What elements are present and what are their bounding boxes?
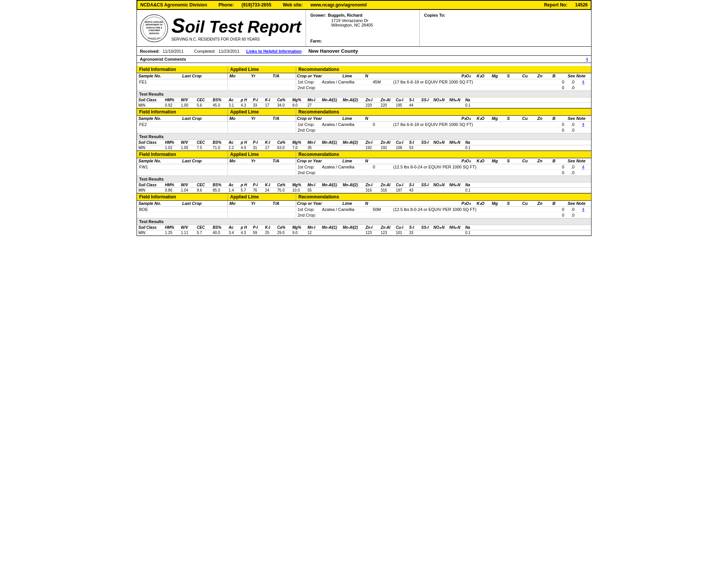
zn1-value: 316 xyxy=(365,188,380,192)
page-number[interactable]: 4 xyxy=(586,57,588,61)
rec1-row: 1st Crop: Azalea / Camellia 0 (17 lbs 6-… xyxy=(296,122,591,127)
lime1-value: 0 xyxy=(373,165,392,169)
column-headers: Sample No. Last Crop Mo Yr T/A Crop or Y… xyxy=(137,158,591,164)
field-info-label: Field Information xyxy=(137,109,228,115)
section-FE1: Field Information Applied Lime Recommend… xyxy=(136,66,592,109)
k2o-col-header: K₂O xyxy=(477,74,492,79)
ca-value: 29.0 xyxy=(276,231,292,235)
pi-header: P-I xyxy=(252,183,264,187)
soil-class-header: Soil Class xyxy=(138,183,164,187)
ph-value: 4.3 xyxy=(240,231,252,235)
test-results-col-headers: Soil Class HM% W/V CEC BS% Ac p H P-I K-… xyxy=(137,182,591,188)
wv-value: 1.11 xyxy=(180,231,196,235)
test-results-header: Test Results xyxy=(137,218,591,225)
k2o-col-header: K₂O xyxy=(477,116,492,121)
n-col-header: N xyxy=(365,116,461,121)
applied-lime-label: Applied Lime xyxy=(228,151,296,158)
mgp-value: 7.0 xyxy=(292,146,307,150)
cu1-header: Cu-I xyxy=(395,225,408,230)
cec-value: 9.6 xyxy=(196,188,212,192)
dates-row: Received: 11/10/2011 Completed: 11/23/20… xyxy=(136,47,592,56)
test-results-data: MIN 1.02 1.05 7.5 71.0 2.2 4.9 31 17 63.… xyxy=(137,145,591,151)
lime1-value: 45M xyxy=(373,80,392,84)
cu1-value: 101 xyxy=(395,231,408,235)
rec2-row: 2nd Crop: 0 .0 xyxy=(296,170,591,175)
website-label: Web site: xyxy=(283,2,303,8)
mnai2-value xyxy=(342,146,365,150)
hm-value: 0.86 xyxy=(164,188,180,192)
svg-text:CONSUMER: CONSUMER xyxy=(148,29,160,31)
mnai2-value xyxy=(342,103,365,107)
b2-value: .0 xyxy=(571,170,581,175)
see-note1-link[interactable]: 4 xyxy=(582,165,590,169)
cec-header: CEC xyxy=(196,225,212,230)
see-note1-link[interactable]: 4 xyxy=(582,80,590,84)
last-crop-col-header: Last Crop xyxy=(182,116,226,121)
links-helpful[interactable]: Links to Helpful Information xyxy=(246,49,301,53)
bs-value: 40.0 xyxy=(212,231,228,235)
crop1-label: 1st Crop: xyxy=(298,207,320,212)
section-BOE: Field Information Applied Lime Recommend… xyxy=(136,193,592,236)
crop1-row: FW1 1st Crop: Azalea / Camellia 0 (12.5 … xyxy=(137,164,591,170)
lime-col-header: Lime xyxy=(342,201,365,206)
znai-header: Zn-AI xyxy=(380,140,395,145)
znai-value: 123 xyxy=(380,231,395,235)
p2o5-col-header: P₂O₅ xyxy=(461,74,477,79)
agronomist-row: Agronomist Comments 4 xyxy=(136,56,592,63)
mg1-value: 0 xyxy=(562,165,570,169)
last-crop-col-header: Last Crop xyxy=(182,159,226,164)
mnai2-header: Mn-AI(2) xyxy=(342,98,365,102)
cec-header: CEC xyxy=(196,140,212,145)
crop-year-col-header: Crop or Year xyxy=(297,159,342,164)
last-crop-col-header: Last Crop xyxy=(182,74,226,79)
lime-col-header: Lime xyxy=(342,116,365,121)
copies-block: Copies To: xyxy=(420,10,592,46)
rec1-row: 1st Crop: Azalea / Camellia 0 (12.5 lbs … xyxy=(296,164,591,170)
ki-header: K-I xyxy=(264,140,276,145)
bs-value: 45.0 xyxy=(212,103,228,107)
crop2-label: 2nd Crop: xyxy=(298,213,320,217)
ph-header: p H xyxy=(240,98,252,102)
nh4n-header: NH₄-N xyxy=(449,225,464,230)
ssi-header: SS-I xyxy=(420,98,433,102)
wv-value: 1.00 xyxy=(180,103,196,107)
mgp-header: Mg% xyxy=(292,225,307,230)
na-value: 0.1 xyxy=(464,188,476,192)
soil-class-value: MIN xyxy=(138,231,164,235)
yr-col-header: Yr xyxy=(251,74,273,79)
last-crop-col-header: Last Crop xyxy=(182,201,226,206)
rec2-row: 2nd Crop: 0 .0 xyxy=(296,127,591,133)
na-value: 0.1 xyxy=(464,146,476,150)
see-note1-link[interactable]: 4 xyxy=(582,122,590,127)
spacer1 xyxy=(136,63,592,66)
mn1-header: Mn-I xyxy=(307,98,321,102)
ta-col-header: T/A xyxy=(273,159,294,164)
cec-value: 5.7 xyxy=(196,231,212,235)
sample-no-col-header: Sample No. xyxy=(138,116,182,121)
crop2-row: 2nd Crop: 0 .0 xyxy=(137,85,591,91)
field-info-header: Field Information Applied Lime Recommend… xyxy=(137,193,591,201)
ac-header: Ac xyxy=(228,140,240,145)
crop1-value: Azalea / Camellia xyxy=(322,122,371,127)
bs-value: 71.0 xyxy=(212,146,228,150)
sample-no-empty xyxy=(137,170,228,175)
b1-value: .0 xyxy=(571,207,581,212)
mgp-value: 10.0 xyxy=(292,188,307,192)
no3n-value xyxy=(433,103,449,107)
pi-value: 31 xyxy=(252,146,264,150)
nh4n-header: NH₄-N xyxy=(449,183,464,187)
no3n-value xyxy=(433,231,449,235)
mg2-value: 0 xyxy=(562,128,570,132)
farm-label: Farm: xyxy=(311,39,322,43)
website-url: www.ncagr.gov/agronomi/ xyxy=(311,2,367,8)
ca-value: 34.0 xyxy=(276,103,292,107)
report-number: 14526 xyxy=(575,2,588,8)
see-note1-link[interactable]: 4 xyxy=(582,207,590,212)
mg1-value: 0 xyxy=(562,80,570,84)
ki-value: 17 xyxy=(264,103,276,107)
org-name: NCDA&CS Agronomic Division xyxy=(140,2,207,8)
test-results-header: Test Results xyxy=(137,176,591,182)
sample-no-empty xyxy=(137,127,228,133)
crop1-row: BOE 1st Crop: Azalea / Camellia 50M (12.… xyxy=(137,207,591,212)
ta-col-header: T/A xyxy=(273,74,294,79)
